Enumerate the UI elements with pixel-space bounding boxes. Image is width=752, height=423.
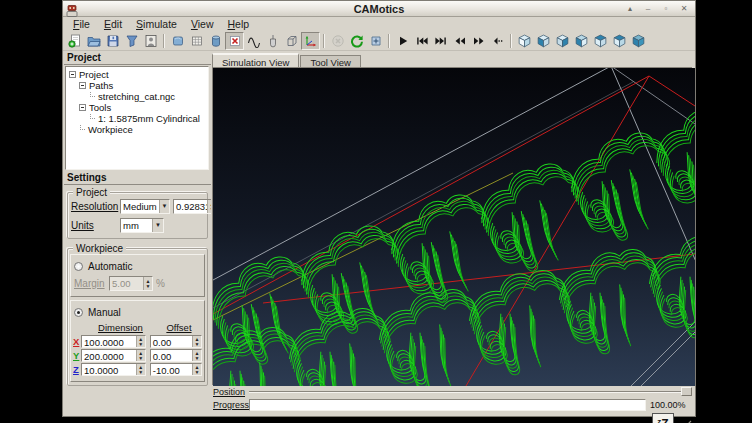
- spin-down-icon[interactable]: ▼: [193, 370, 201, 375]
- save-project-button[interactable]: [103, 32, 122, 50]
- settings-panel-header: Settings: [64, 172, 211, 185]
- position-slider-groove: [249, 391, 692, 393]
- tree-collapse-icon[interactable]: [79, 82, 86, 89]
- tree-item-tools[interactable]: Tools: [68, 102, 208, 113]
- export-button[interactable]: [122, 32, 141, 50]
- tree-item-workpiece[interactable]: Workpiece: [68, 124, 208, 135]
- play-button[interactable]: [393, 32, 412, 50]
- view-front-button[interactable]: [534, 32, 553, 50]
- hide-surface-button[interactable]: [225, 32, 244, 50]
- tab-simulation-view[interactable]: Simulation View: [212, 53, 299, 67]
- spin-down-icon[interactable]: ▼: [137, 342, 145, 347]
- menu-edit[interactable]: Edit: [97, 17, 129, 32]
- spinner-buttons[interactable]: ▲▼: [136, 364, 145, 375]
- automatic-label: Automatic: [88, 261, 132, 272]
- tree-collapse-icon[interactable]: [79, 104, 86, 111]
- shade-button[interactable]: ▴: [624, 3, 636, 15]
- spinner-buttons[interactable]: ▲▼: [192, 350, 201, 361]
- minimize-button[interactable]: –: [642, 3, 654, 15]
- view-left-button[interactable]: [572, 32, 591, 50]
- menu-view[interactable]: View: [184, 17, 221, 32]
- view-bottom-button[interactable]: [629, 32, 648, 50]
- show-bounds-button[interactable]: [282, 32, 301, 50]
- automatic-radio-row[interactable]: Automatic: [74, 260, 202, 273]
- snapshot-button[interactable]: [141, 32, 160, 50]
- show-tool-button[interactable]: [263, 32, 282, 50]
- toolbar-group: [168, 32, 320, 50]
- position-slider[interactable]: [249, 387, 692, 396]
- show-axes-button[interactable]: [301, 32, 320, 50]
- show-mesh-button[interactable]: [187, 32, 206, 50]
- spinner-buttons[interactable]: ▲▼: [192, 364, 201, 375]
- faster-button[interactable]: [469, 32, 488, 50]
- reduce-button[interactable]: [366, 32, 385, 50]
- stop-button[interactable]: [328, 32, 347, 50]
- automatic-radio[interactable]: [74, 262, 83, 271]
- menu-file[interactable]: File: [66, 17, 97, 32]
- view-back-button[interactable]: [553, 32, 572, 50]
- x-dimension-spin[interactable]: 100.0000▲▼: [81, 335, 146, 348]
- new-project-button[interactable]: [65, 32, 84, 50]
- window-title: CAMotics: [63, 3, 695, 15]
- tree-item-stretching-cat-ngc[interactable]: stretching_cat.ngc: [68, 91, 208, 102]
- show-workpiece-button[interactable]: [206, 32, 225, 50]
- to-end-button[interactable]: [431, 32, 450, 50]
- spin-down-icon[interactable]: ▼: [137, 356, 145, 361]
- spin-down-icon[interactable]: ▼: [193, 356, 201, 361]
- show-surface-button[interactable]: [168, 32, 187, 50]
- z-offset-spin[interactable]: -10.00▲▼: [150, 363, 202, 376]
- resize-grip[interactable]: [680, 416, 692, 423]
- tree-collapse-icon[interactable]: [69, 71, 76, 78]
- simulation-viewport[interactable]: [212, 67, 692, 385]
- spinner-buttons[interactable]: ▲▼: [143, 277, 152, 290]
- menu-help[interactable]: Help: [221, 17, 257, 32]
- tree-item-paths[interactable]: Paths: [68, 80, 208, 91]
- close-button[interactable]: ✕: [678, 3, 690, 15]
- z-dimension-spin[interactable]: 10.0000▲▼: [81, 363, 146, 376]
- manual-radio[interactable]: [74, 308, 83, 317]
- spin-down-icon[interactable]: ▼: [137, 370, 145, 375]
- menu-simulate[interactable]: Simulate: [129, 17, 184, 32]
- open-project-button[interactable]: [84, 32, 103, 50]
- tree-item-label: Tools: [89, 102, 111, 113]
- y-dimension-spin[interactable]: 200.0000▲▼: [81, 349, 146, 362]
- margin-spin[interactable]: 5.00 ▲▼: [109, 276, 153, 291]
- maximize-button[interactable]: ▫: [660, 3, 672, 15]
- show-tool-path-button[interactable]: [244, 32, 263, 50]
- to-begin-button[interactable]: [412, 32, 431, 50]
- titlebar[interactable]: CAMotics ▴–▫✕: [63, 1, 695, 17]
- dropdown-arrow-icon[interactable]: ▼: [152, 219, 163, 232]
- y-offset-spin[interactable]: 0.00▲▼: [150, 349, 202, 362]
- slower-button[interactable]: [450, 32, 469, 50]
- manual-radio-row[interactable]: Manual: [74, 306, 202, 319]
- path-wave-icon: [247, 34, 261, 48]
- manual-panel: Manual Dimension Offset X100.0000▲▼0.00▲…: [70, 300, 205, 382]
- toolbar-separator: [323, 34, 325, 48]
- resolution-select[interactable]: Medium ▼: [120, 199, 170, 214]
- spin-down-icon[interactable]: ▼: [144, 284, 152, 289]
- tree-item-label: Workpiece: [88, 124, 133, 135]
- automatic-panel: Automatic Margin 5.00 ▲▼ %: [70, 254, 205, 297]
- axis-row-x: X100.0000▲▼0.00▲▼: [73, 335, 202, 348]
- tab-tool-view[interactable]: Tool View: [300, 55, 361, 67]
- faster-icon: [472, 34, 486, 48]
- spinner-buttons[interactable]: ▲▼: [136, 350, 145, 361]
- units-select[interactable]: mm ▼: [120, 218, 164, 233]
- position-slider-handle[interactable]: [681, 387, 692, 396]
- settings-panel: Project Resolution Medium ▼ 0.928318 ▲▼ …: [64, 185, 211, 415]
- status-row: zZ: [212, 412, 692, 423]
- direction-button[interactable]: [488, 32, 507, 50]
- view-right-button[interactable]: [591, 32, 610, 50]
- units-value: mm: [121, 220, 152, 231]
- view-isometric-button[interactable]: [515, 32, 534, 50]
- x-offset-spin[interactable]: 0.00▲▼: [150, 335, 202, 348]
- view-top-button[interactable]: [610, 32, 629, 50]
- y-dimension-value: 200.0000: [82, 350, 136, 361]
- tree-item-project[interactable]: Project: [68, 69, 208, 80]
- spinner-buttons[interactable]: ▲▼: [192, 336, 201, 347]
- dropdown-arrow-icon[interactable]: ▼: [159, 200, 169, 213]
- spin-down-icon[interactable]: ▼: [193, 342, 201, 347]
- reload-button[interactable]: [347, 32, 366, 50]
- spinner-buttons[interactable]: ▲▼: [136, 336, 145, 347]
- tree-item-1-1-5875mm-cylindrical[interactable]: 1: 1.5875mm Cylindrical: [68, 113, 208, 124]
